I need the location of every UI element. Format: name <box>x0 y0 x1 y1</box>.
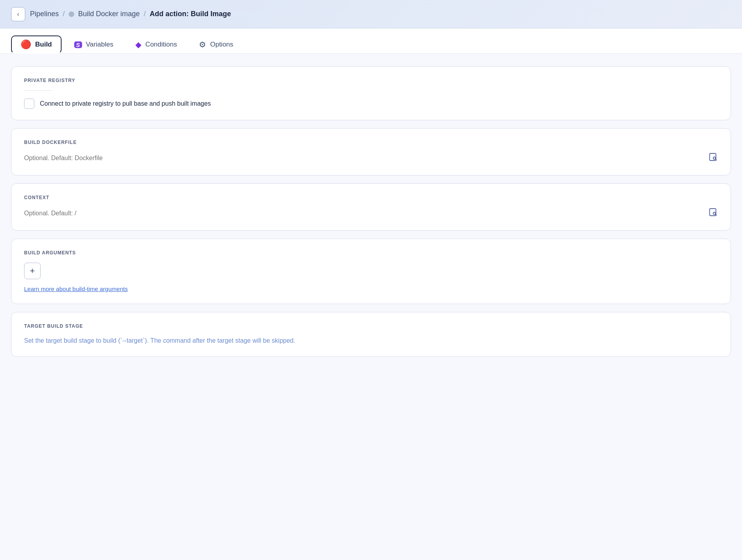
page-body: PRIVATE REGISTRY Connect to private regi… <box>0 54 742 560</box>
tab-bar: 🔴 Build S Variables ◆ Conditions ⚙ Optio… <box>0 28 742 54</box>
tab-options[interactable]: ⚙ Options <box>189 36 243 53</box>
build-dockerfile-input-row <box>24 152 718 164</box>
divider-1 <box>24 90 52 91</box>
tab-conditions-label: Conditions <box>145 41 177 49</box>
topbar: ‹ Pipelines / Build Docker image / Add a… <box>0 0 742 28</box>
private-registry-checkbox-label: Connect to private registry to pull base… <box>40 100 211 107</box>
context-input[interactable] <box>24 208 704 218</box>
private-registry-label: PRIVATE REGISTRY <box>24 78 718 83</box>
back-button[interactable]: ‹ <box>11 7 25 21</box>
build-dockerfile-card: BUILD DOCKERFILE <box>11 128 731 175</box>
private-registry-checkbox[interactable] <box>24 99 34 109</box>
breadcrumb: Pipelines / Build Docker image / Add act… <box>30 10 231 18</box>
context-card: CONTEXT <box>11 183 731 231</box>
main-content: 🔴 Build S Variables ◆ Conditions ⚙ Optio… <box>0 28 742 560</box>
add-argument-button[interactable]: + <box>24 263 41 279</box>
breadcrumb-pipelines[interactable]: Pipelines <box>30 10 59 18</box>
breadcrumb-current: Add action: Build Image <box>150 10 231 18</box>
build-arguments-card: BUILD ARGUMENTS + Learn more about build… <box>11 239 731 304</box>
add-icon: + <box>30 266 35 276</box>
conditions-tab-icon: ◆ <box>135 41 141 49</box>
build-tab-icon: 🔴 <box>21 40 31 49</box>
tab-conditions[interactable]: ◆ Conditions <box>126 36 186 53</box>
tab-variables[interactable]: S Variables <box>65 36 123 53</box>
breadcrumb-sep-2: / <box>144 10 146 18</box>
tab-variables-label: Variables <box>86 41 114 49</box>
back-icon: ‹ <box>17 11 19 18</box>
target-build-stage-card: TARGET BUILD STAGE Set the target build … <box>11 312 731 357</box>
context-browse-icon[interactable] <box>708 207 718 219</box>
tab-build[interactable]: 🔴 Build <box>11 35 62 54</box>
variables-tab-icon: S <box>74 41 82 48</box>
context-label: CONTEXT <box>24 195 718 200</box>
private-registry-card: PRIVATE REGISTRY Connect to private regi… <box>11 66 731 121</box>
dockerfile-browse-icon[interactable] <box>708 152 718 164</box>
learn-more-link[interactable]: Learn more about build-time arguments <box>24 286 128 292</box>
build-dockerfile-input[interactable] <box>24 153 704 163</box>
target-build-stage-description: Set the target build stage to build (`--… <box>24 336 718 345</box>
private-registry-checkbox-row: Connect to private registry to pull base… <box>24 99 718 109</box>
options-tab-icon: ⚙ <box>199 41 206 49</box>
build-dockerfile-label: BUILD DOCKERFILE <box>24 140 718 145</box>
breadcrumb-sep-1: / <box>63 10 65 18</box>
tab-options-label: Options <box>210 41 233 49</box>
target-build-stage-label: TARGET BUILD STAGE <box>24 323 718 329</box>
breadcrumb-pipeline-name[interactable]: Build Docker image <box>78 10 140 18</box>
tab-build-label: Build <box>35 41 52 49</box>
context-input-row <box>24 207 718 219</box>
build-arguments-label: BUILD ARGUMENTS <box>24 250 718 256</box>
pipeline-status-dot <box>69 11 74 17</box>
